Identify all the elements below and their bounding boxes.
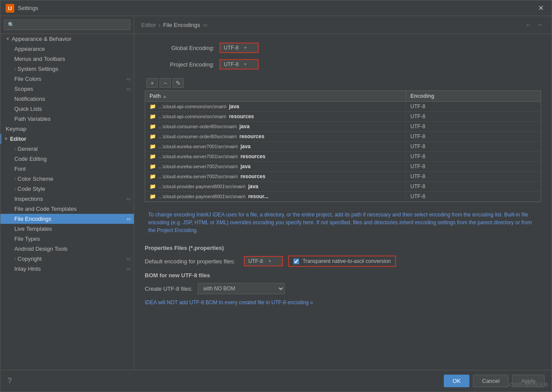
close-button[interactable]: ✕ [535, 3, 546, 13]
table-row[interactable]: 📁 ...\cloud-api-commons\src\main\resourc… [145, 112, 541, 122]
table-row[interactable]: 📁 ...\cloud-eureka-server7001\src\main\r… [145, 152, 541, 162]
sidebar-item-scopes[interactable]: Scopes ▭ [0, 84, 134, 94]
sidebar-item-quick-lists[interactable]: Quick Lists [0, 104, 134, 114]
bom-section: BOM for new UTF-8 files Create UTF-8 fil… [145, 272, 541, 307]
global-encoding-dropdown[interactable]: UTF-8 [219, 43, 259, 53]
sidebar-item-notifications[interactable]: Notifications [0, 94, 134, 104]
table-row[interactable]: 📁 ...\cloud-consumer-order80\src\main\re… [145, 132, 541, 142]
nav-back-button[interactable]: ← [524, 20, 533, 29]
remove-path-button[interactable]: − [160, 78, 171, 88]
sidebar-item-menus-toolbars[interactable]: Menus and Toolbars [0, 54, 134, 64]
sidebar-item-file-code-templates[interactable]: File and Code Templates [0, 204, 134, 214]
table-row[interactable]: 📁 ...\cloud-eureka-server7001\src\main\j… [145, 142, 541, 152]
sidebar: ▼ Appearance & Behavior Appearance Menus… [0, 16, 134, 370]
transparent-conversion-checkbox[interactable] [293, 259, 299, 264]
badge-icon: ▭ [126, 256, 130, 261]
table-row[interactable]: 📁 ...\cloud-eureka-server7002\src\main\j… [145, 162, 541, 172]
table-header: Path ▲ Encoding [145, 91, 541, 102]
sidebar-item-appearance[interactable]: Appearance [0, 44, 134, 54]
badge-icon: ▭ [126, 196, 130, 201]
path-prefix: ...\cloud-eureka-server7001\src\main\ [159, 154, 238, 159]
sidebar-item-editor[interactable]: ▼ Editor [0, 134, 134, 144]
bom-select[interactable]: with NO BOM with BOM [198, 283, 285, 294]
sidebar-item-appearance-behavior[interactable]: ▼ Appearance & Behavior [0, 34, 134, 44]
main-content: ▼ Appearance & Behavior Appearance Menus… [0, 16, 552, 370]
sidebar-item-keymap[interactable]: Keymap [0, 124, 134, 134]
sidebar-item-inspections[interactable]: Inspections ▭ [0, 194, 134, 204]
th-path: Path ▲ [145, 91, 406, 101]
sidebar-item-file-types[interactable]: File Types [0, 234, 134, 244]
project-encoding-dropdown[interactable]: UTF-8 [219, 59, 259, 70]
sidebar-label: Menus and Toolbars [14, 56, 65, 62]
folder-icon: 📁 [150, 153, 156, 159]
folder-icon: 📁 [150, 183, 156, 189]
transparent-conversion-label: Transparent native-to-ascii conversion [303, 258, 391, 264]
path-prefix: ...\cloud-api-commons\src\main\ [159, 114, 226, 119]
cancel-button[interactable]: Cancel [473, 375, 509, 387]
table-row[interactable]: 📁 ...\cloud-provider-payment8001\src\mai… [145, 192, 541, 202]
dialog-footer: ? OK Cancel Apply [0, 370, 552, 392]
pin-icon: ▭ [203, 22, 207, 28]
sidebar-item-font[interactable]: Font [0, 164, 134, 174]
chevron-down-icon: ▼ [6, 37, 10, 41]
td-encoding: UTF-8 [406, 162, 541, 171]
sidebar-item-file-encodings[interactable]: File Encodings ▭ [0, 214, 134, 224]
global-encoding-row: Global Encoding: UTF-8 [145, 43, 541, 53]
properties-section-title: Properties Files (*.properties) [145, 245, 541, 251]
table-row[interactable]: 📁 ...\cloud-eureka-server7002\src\main\r… [145, 172, 541, 182]
help-button[interactable]: ? [7, 376, 12, 385]
sidebar-label: General [17, 146, 37, 152]
sidebar-item-path-variables[interactable]: Path Variables [0, 114, 134, 124]
table-row[interactable]: 📁 ...\cloud-consumer-order80\src\main\ja… [145, 122, 541, 132]
ok-button[interactable]: OK [444, 375, 469, 387]
properties-encoding-dropdown[interactable]: UTF-8 [244, 256, 283, 266]
project-encoding-value: UTF-8 [224, 61, 239, 67]
bom-note-link: UTF-8 BOM [189, 299, 217, 306]
sidebar-item-code-style[interactable]: › Code Style [0, 184, 134, 194]
bom-section-title: BOM for new UTF-8 files [145, 272, 541, 279]
sidebar-label: Inlay Hints [14, 266, 41, 272]
sidebar-label: Notifications [14, 96, 45, 102]
path-bold: java [239, 123, 249, 130]
table-body: 📁 ...\cloud-api-commons\src\main\java UT… [145, 102, 541, 202]
titlebar: IJ Settings ✕ [0, 0, 552, 16]
nav-forward-button[interactable]: → [535, 20, 545, 29]
sidebar-label: Inspections [14, 196, 43, 202]
folder-icon: 📁 [150, 133, 156, 140]
td-path: 📁 ...\cloud-consumer-order80\src\main\ja… [145, 122, 406, 131]
table-row[interactable]: 📁 ...\cloud-provider-payment8001\src\mai… [145, 182, 541, 192]
table-row[interactable]: 📁 ...\cloud-api-commons\src\main\java UT… [145, 102, 541, 112]
td-encoding: UTF-8 [406, 122, 541, 131]
path-bold: java [229, 103, 239, 110]
td-encoding: UTF-8 [406, 182, 541, 191]
folder-icon: 📁 [150, 163, 156, 169]
sidebar-item-live-templates[interactable]: Live Templates [0, 224, 134, 234]
td-path: 📁 ...\cloud-eureka-server7002\src\main\r… [145, 172, 406, 181]
path-bold: resources [240, 173, 265, 179]
sidebar-item-color-scheme[interactable]: › Color Scheme [0, 174, 134, 184]
main-panel: Editor › File Encodings ▭ ← → Global Enc… [134, 16, 552, 370]
sidebar-item-android-design-tools[interactable]: Android Design Tools [0, 244, 134, 254]
sidebar-item-code-editing[interactable]: Code Editing [0, 154, 134, 164]
path-bold: java [240, 143, 250, 149]
badge-icon: ▭ [126, 266, 130, 271]
info-text: To change encoding IntelliJ IDEA uses fo… [145, 207, 541, 238]
edit-path-button[interactable]: ✎ [173, 78, 184, 88]
add-path-button[interactable]: + [146, 78, 158, 88]
sidebar-item-system-settings[interactable]: › System Settings [0, 64, 134, 74]
sidebar-label: Appearance & Behavior [12, 36, 71, 42]
td-path: 📁 ...\cloud-provider-payment8001\src\mai… [145, 182, 406, 191]
sidebar-item-file-colors[interactable]: File Colors ▭ [0, 74, 134, 84]
td-path: 📁 ...\cloud-eureka-server7002\src\main\j… [145, 162, 406, 171]
td-path: 📁 ...\cloud-provider-payment8001\src\mai… [145, 192, 406, 201]
search-box [0, 16, 134, 34]
sidebar-item-inlay-hints[interactable]: Inlay Hints ▭ [0, 264, 134, 274]
breadcrumb-nav: ← → [524, 20, 545, 29]
properties-encoding-row: Default encoding for properties files: U… [145, 256, 541, 267]
folder-icon: 📁 [150, 113, 156, 120]
search-input[interactable] [4, 20, 130, 30]
sidebar-item-copyright[interactable]: › Copyright ▭ [0, 254, 134, 264]
td-path: 📁 ...\cloud-api-commons\src\main\java [145, 102, 406, 111]
global-encoding-label: Global Encoding: [145, 45, 214, 51]
sidebar-item-general[interactable]: › General [0, 144, 134, 154]
